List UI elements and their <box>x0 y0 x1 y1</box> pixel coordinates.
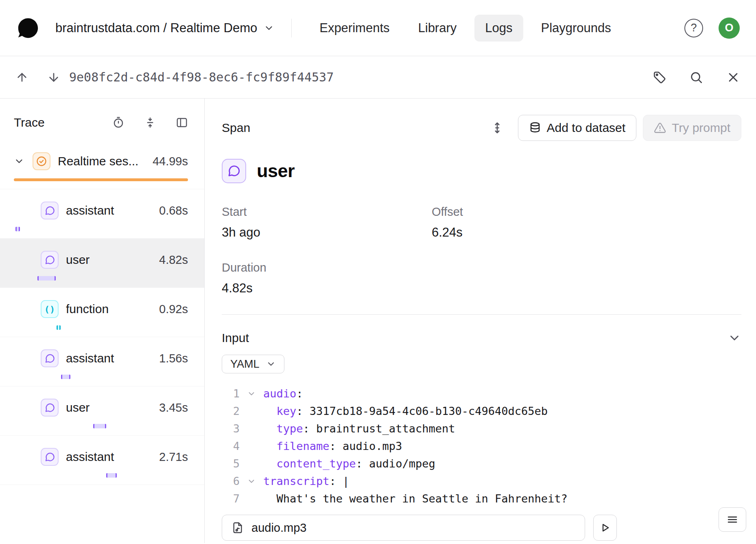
span-panel: Span Add to dataset Try prompt <box>205 99 756 543</box>
code-line-1: 1audio: <box>222 385 741 402</box>
trace-row[interactable]: assistant2.71s <box>0 436 204 485</box>
tag-icon <box>653 70 666 84</box>
span-duration: 3.45s <box>159 401 188 415</box>
avatar-letter: O <box>725 22 733 34</box>
avatar[interactable]: O <box>719 18 740 39</box>
span-timeline <box>14 325 188 330</box>
search-button[interactable] <box>689 70 703 84</box>
field-duration: Duration 4.82s <box>222 261 432 296</box>
chat-bubble-icon <box>41 202 59 219</box>
timer-button[interactable] <box>112 116 125 129</box>
timeline-bar <box>15 227 20 231</box>
database-icon <box>529 122 541 134</box>
code-line-4: 4 filename: audio.mp3 <box>222 437 741 455</box>
span-timeline <box>14 473 188 478</box>
span-name: user <box>257 160 295 182</box>
help-button[interactable]: ? <box>684 19 703 37</box>
project-switcher[interactable]: braintrustdata.com / Realtime Demo <box>55 21 274 35</box>
span-label: function <box>66 302 152 316</box>
line-number: 5 <box>222 457 240 470</box>
next-trace-button[interactable] <box>47 71 60 84</box>
span-label: assistant <box>66 351 152 365</box>
timeline-bar <box>61 375 71 379</box>
timeline-bar <box>37 276 56 281</box>
line-number: 7 <box>222 492 240 505</box>
attachment-filename: audio.mp3 <box>251 521 306 535</box>
timeline-bar <box>93 424 106 428</box>
audio-attachment[interactable]: audio.mp3 <box>222 515 585 541</box>
span-duration: 1.56s <box>159 352 188 365</box>
main-nav: Experiments Library Logs Playgrounds <box>309 15 622 42</box>
add-to-dataset-button[interactable]: Add to dataset <box>518 115 636 141</box>
code-line-7: 7 What's the weather in Seattle in Fahre… <box>222 490 741 507</box>
chat-bubble-icon <box>41 251 59 269</box>
nav-item-playgrounds[interactable]: Playgrounds <box>531 15 622 42</box>
timeline-bar <box>106 473 117 478</box>
trace-row[interactable]: Realtime ses...44.99s <box>0 140 204 189</box>
format-selector[interactable]: YAML <box>222 355 284 373</box>
span-label: user <box>66 401 152 415</box>
chat-bubble-icon <box>41 448 59 466</box>
function-icon: () <box>41 300 59 318</box>
chat-bubble-icon <box>222 159 246 183</box>
resize-panel-button[interactable] <box>490 121 504 135</box>
line-number: 2 <box>222 405 240 417</box>
previous-trace-button[interactable] <box>15 71 28 84</box>
braintrust-logo-icon[interactable] <box>16 16 40 40</box>
span-label: assistant <box>66 204 152 217</box>
toggle-panel-button[interactable] <box>176 116 188 129</box>
section-divider <box>222 314 741 315</box>
collapse-input-button[interactable] <box>728 331 741 345</box>
trace-row[interactable]: user4.82s <box>0 239 204 288</box>
collapse-caret-icon[interactable] <box>240 389 263 398</box>
nav-item-experiments[interactable]: Experiments <box>309 15 400 42</box>
close-button[interactable] <box>726 70 741 85</box>
play-audio-button[interactable] <box>593 515 617 541</box>
line-number: 6 <box>222 475 240 487</box>
nav-item-library[interactable]: Library <box>408 15 468 42</box>
trace-toolbar: 9e08fc2d-c84d-4f98-8ec6-fc9f89f44537 <box>0 56 756 99</box>
span-metadata: Start 3h ago Offset 6.24s Duration 4.82s <box>222 205 741 296</box>
span-label: user <box>66 253 152 267</box>
code-line-3: 3 type: braintrust_attachment <box>222 420 741 437</box>
span-duration: 0.68s <box>159 204 188 217</box>
try-prompt-button[interactable]: Try prompt <box>643 115 741 141</box>
tag-button[interactable] <box>653 70 666 84</box>
nav-divider <box>291 19 292 37</box>
trace-row[interactable]: assistant0.68s <box>0 189 204 239</box>
line-number: 1 <box>222 387 240 400</box>
trace-panel: Trace Realtime ses <box>0 99 205 543</box>
span-duration: 0.92s <box>159 303 188 316</box>
field-start: Start 3h ago <box>222 205 432 240</box>
trace-row[interactable]: user3.45s <box>0 386 204 436</box>
chevron-down-icon <box>266 359 276 369</box>
play-icon <box>599 522 611 534</box>
top-nav: braintrustdata.com / Realtime Demo Exper… <box>0 0 756 56</box>
span-timeline <box>14 178 188 182</box>
chevron-down-icon[interactable] <box>14 156 25 167</box>
code-line-6: 6transcript: | <box>222 472 741 490</box>
timeline-bar <box>57 325 61 330</box>
fold-vertical-icon <box>144 116 156 129</box>
span-duration: 2.71s <box>159 450 188 464</box>
chevron-down-icon <box>728 331 741 345</box>
code-line-5: 5 content_type: audio/mpeg <box>222 455 741 472</box>
span-label: assistant <box>66 450 152 464</box>
panel-left-icon <box>176 116 188 129</box>
field-offset: Offset 6.24s <box>432 205 741 240</box>
collapse-caret-icon[interactable] <box>240 477 263 486</box>
nav-item-logs[interactable]: Logs <box>474 15 523 42</box>
span-duration: 44.99s <box>153 155 188 168</box>
collapse-all-button[interactable] <box>144 116 156 129</box>
menu-icon <box>726 513 739 526</box>
row-actions-button[interactable] <box>719 507 746 532</box>
chevron-down-icon <box>264 23 274 33</box>
trace-row[interactable]: assistant1.56s <box>0 337 204 386</box>
yaml-code-block[interactable]: 1audio:2 key: 3317cb18-9a54-4c06-b130-c4… <box>222 385 741 507</box>
search-icon <box>689 70 703 84</box>
arrow-up-icon <box>15 71 28 84</box>
trace-panel-title: Trace <box>14 116 112 129</box>
trace-row[interactable]: ()function0.92s <box>0 288 204 337</box>
timeline-bar <box>14 178 188 181</box>
input-section-label: Input <box>222 331 249 345</box>
